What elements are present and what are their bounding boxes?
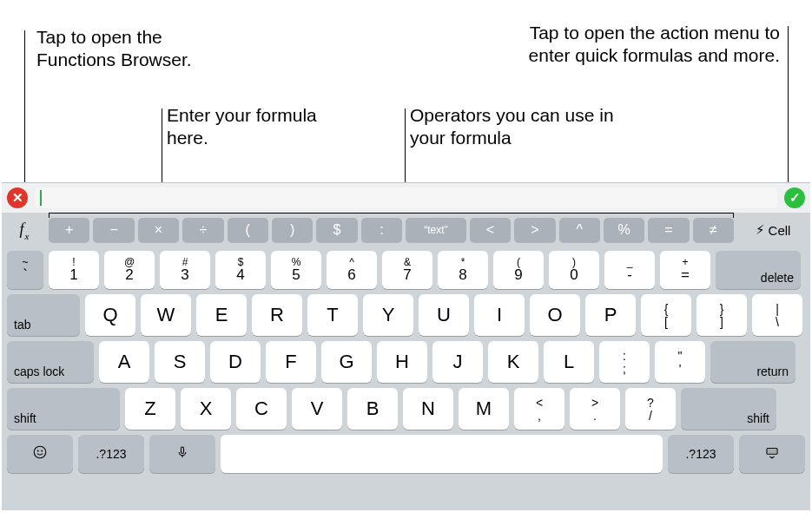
operator-key-7[interactable]: : xyxy=(361,218,402,242)
key-upper: + xyxy=(682,257,688,267)
key-r[interactable]: R xyxy=(252,294,302,336)
key-m[interactable]: M xyxy=(459,388,509,430)
caps-lock-key[interactable]: caps lock xyxy=(7,341,94,383)
key-y[interactable]: Y xyxy=(363,294,413,336)
operator-bracket xyxy=(49,213,734,218)
operator-key-12[interactable]: % xyxy=(604,218,644,242)
key-u[interactable]: U xyxy=(419,294,469,336)
key-lower: 6 xyxy=(347,267,355,284)
key-bracket[interactable]: |\ xyxy=(752,294,802,336)
key-g[interactable]: G xyxy=(321,341,372,383)
return-key[interactable]: return xyxy=(710,341,795,383)
right-numsym-key[interactable]: .?123 xyxy=(668,435,734,473)
cell-button-label: Cell xyxy=(769,223,791,238)
callout-action-menu: Tap to open the action menu to enter qui… xyxy=(519,22,780,68)
bolt-icon: ⚡︎ xyxy=(756,222,765,238)
key-upper: @ xyxy=(124,257,135,267)
key-q[interactable]: Q xyxy=(85,294,135,336)
key--[interactable]: _- xyxy=(604,251,655,289)
key-d[interactable]: D xyxy=(210,341,261,383)
left-numsym-key[interactable]: .?123 xyxy=(78,435,144,473)
key-t[interactable]: T xyxy=(307,294,358,336)
callout-operators: Operators you can use in your formula xyxy=(410,104,636,150)
key-a[interactable]: A xyxy=(99,341,149,383)
operator-key-11[interactable]: ^ xyxy=(559,218,600,242)
key-8[interactable]: *8 xyxy=(438,251,488,289)
key-v[interactable]: V xyxy=(292,388,342,430)
key-o[interactable]: O xyxy=(530,294,580,336)
operator-key-6[interactable]: $ xyxy=(316,218,357,242)
key-k[interactable]: K xyxy=(488,341,538,383)
key-c[interactable]: C xyxy=(236,388,287,430)
key-i[interactable]: I xyxy=(474,294,525,336)
key-punct[interactable]: >. xyxy=(570,388,620,430)
callout-text: Operators you can use in your formula xyxy=(410,105,614,148)
key-6[interactable]: ^6 xyxy=(327,251,377,289)
dictation-key[interactable] xyxy=(149,435,215,473)
operator-key-8[interactable]: “text” xyxy=(406,218,466,242)
operator-key-9[interactable]: < xyxy=(470,218,511,242)
microphone-icon xyxy=(175,444,190,464)
delete-key[interactable]: delete xyxy=(716,251,801,289)
operator-key-0[interactable]: + xyxy=(49,218,89,242)
key-punct[interactable]: <, xyxy=(514,388,564,430)
key-f[interactable]: F xyxy=(266,341,316,383)
key-4[interactable]: $4 xyxy=(215,251,266,289)
key-bracket[interactable]: {[ xyxy=(641,294,691,336)
operator-key-4[interactable]: ( xyxy=(228,218,268,242)
key-e[interactable]: E xyxy=(196,294,247,336)
key-lower: 5 xyxy=(292,267,300,284)
key-5[interactable]: %5 xyxy=(271,251,321,289)
key-h[interactable]: H xyxy=(377,341,427,383)
key-punct[interactable]: "' xyxy=(655,341,705,383)
cancel-button[interactable]: ✕ xyxy=(7,187,28,208)
key-1[interactable]: !1 xyxy=(49,251,99,289)
key-l[interactable]: L xyxy=(544,341,594,383)
key-punct[interactable]: :; xyxy=(599,341,650,383)
emoji-key[interactable] xyxy=(7,435,73,473)
key-0[interactable]: )0 xyxy=(549,251,599,289)
key-9[interactable]: (9 xyxy=(493,251,544,289)
svg-point-2 xyxy=(42,450,43,451)
operator-key-5[interactable]: ) xyxy=(272,218,313,242)
key-n[interactable]: N xyxy=(403,388,453,430)
operator-bar: +−×÷()$:“text”<>^%=≠ xyxy=(49,218,734,242)
operator-key-13[interactable]: = xyxy=(648,218,689,242)
key-s[interactable]: S xyxy=(155,341,205,383)
formula-input[interactable] xyxy=(35,187,777,208)
operator-key-3[interactable]: ÷ xyxy=(182,218,223,242)
keyboard: ~`!1@2#3$4%5^6&7*8(9)0_-+=delete tab QWE… xyxy=(2,247,810,483)
key-upper: ^ xyxy=(349,257,354,267)
operator-key-10[interactable]: > xyxy=(514,218,555,242)
left-shift-key[interactable]: shift xyxy=(7,388,120,430)
operator-key-14[interactable]: ≠ xyxy=(693,218,734,242)
key-punct[interactable]: ?/ xyxy=(625,388,676,430)
accept-button[interactable]: ✓ xyxy=(784,187,805,208)
key-z[interactable]: Z xyxy=(125,388,175,430)
key-=[interactable]: += xyxy=(660,251,710,289)
key-x[interactable]: X xyxy=(181,388,231,430)
key-p[interactable]: P xyxy=(585,294,636,336)
keyboard-row-5: .?123 .?123 xyxy=(7,435,805,473)
operator-key-1[interactable]: − xyxy=(93,218,134,242)
key-3[interactable]: #3 xyxy=(160,251,210,289)
key-lower: 0 xyxy=(570,267,578,284)
key-7[interactable]: &7 xyxy=(382,251,432,289)
close-icon: ✕ xyxy=(12,190,23,206)
emoji-icon xyxy=(32,444,48,464)
key-upper: $ xyxy=(238,257,244,267)
tab-key[interactable]: tab xyxy=(7,294,80,336)
cell-action-button[interactable]: ⚡︎ Cell xyxy=(743,217,803,243)
key-`[interactable]: ~` xyxy=(7,251,43,289)
operator-key-2[interactable]: × xyxy=(138,218,179,242)
dismiss-keyboard-key[interactable] xyxy=(739,435,805,473)
key-j[interactable]: J xyxy=(432,341,483,383)
functions-browser-button[interactable]: fx xyxy=(9,217,40,243)
callout-text: Enter your formula here. xyxy=(167,105,317,148)
key-w[interactable]: W xyxy=(141,294,191,336)
key-b[interactable]: B xyxy=(347,388,398,430)
right-shift-key[interactable]: shift xyxy=(681,388,776,430)
key-2[interactable]: @2 xyxy=(104,251,155,289)
space-key[interactable] xyxy=(221,435,663,473)
key-bracket[interactable]: }] xyxy=(696,294,747,336)
